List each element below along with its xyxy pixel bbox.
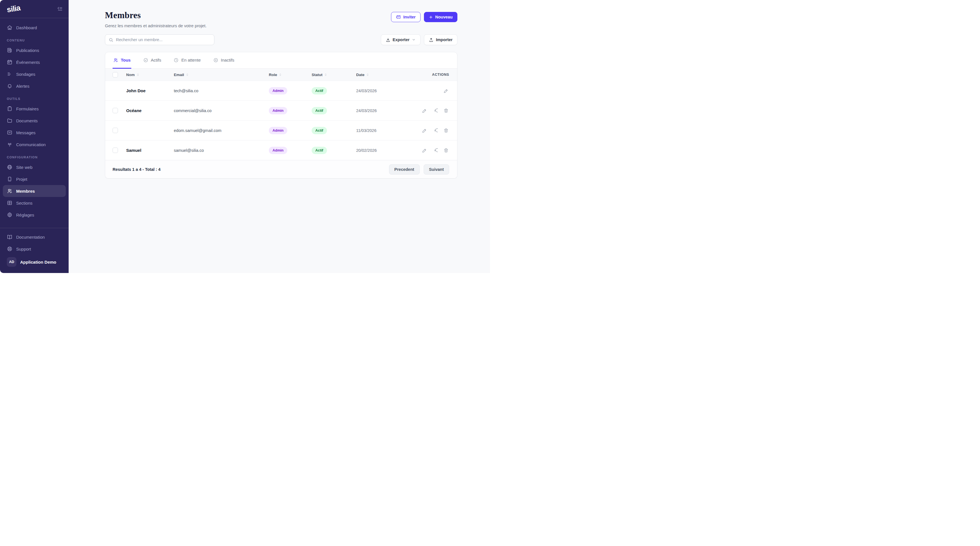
bell-icon — [7, 83, 13, 89]
clock-icon — [173, 57, 179, 63]
edit-button[interactable] — [422, 107, 428, 114]
sidebar-item-dashboard[interactable]: Dashboard — [3, 22, 66, 34]
app-window: silia Dashboard CONTENU Publications Évé… — [0, 0, 490, 273]
delete-button[interactable] — [443, 128, 449, 134]
import-button-label: Importer — [436, 37, 453, 42]
users-icon — [7, 188, 13, 194]
sidebar-item-sections[interactable]: Sections — [3, 197, 66, 209]
page-title: Membres — [105, 10, 207, 21]
sidebar-item-support[interactable]: Support — [3, 243, 35, 255]
sidebar-item-siteweb[interactable]: Site web — [3, 161, 66, 173]
member-status-cell: Actif — [312, 107, 356, 114]
column-label: Nom — [126, 73, 135, 77]
upload-icon — [429, 37, 434, 42]
sort-icon — [136, 73, 140, 77]
member-email: samuel@silia.co — [174, 148, 269, 153]
status-badge: Actif — [312, 107, 327, 114]
edit-button[interactable] — [422, 147, 428, 153]
sort-icon — [278, 73, 282, 77]
tab-en-attente[interactable]: En attente — [173, 52, 201, 69]
sidebar-item-evenements[interactable]: Événements — [3, 56, 66, 68]
status-badge: Actif — [312, 127, 327, 134]
column-label: Role — [269, 73, 277, 77]
sidebar-item-messages[interactable]: Messages — [3, 126, 66, 139]
status-badge: Actif — [312, 87, 327, 94]
column-label: Email — [174, 73, 184, 77]
trash-icon — [444, 128, 449, 133]
main-content: Membres Gerez les membres et administrat… — [68, 0, 490, 273]
sidebar-item-label: Projet — [16, 177, 27, 182]
role-badge: Admin — [269, 107, 287, 114]
comment-button[interactable] — [432, 107, 438, 114]
sidebar-item-publications[interactable]: Publications — [3, 44, 66, 56]
pencil-icon — [444, 88, 449, 93]
table-row: Océane commercial@silia.co Admin Actif 2… — [105, 101, 457, 120]
sidebar-item-communication[interactable]: Communication — [3, 139, 66, 150]
sidebar-bottom: Documentation Support AD Application Dem… — [0, 228, 68, 273]
sidebar-item-documentation[interactable]: Documentation — [3, 231, 49, 243]
column-header-nom[interactable]: Nom — [126, 73, 174, 77]
import-button[interactable]: Importer — [424, 34, 457, 45]
globe-icon — [7, 164, 13, 170]
tab-tous[interactable]: Tous — [113, 52, 131, 69]
sidebar-item-label: Formulaires — [16, 106, 38, 111]
sidebar-item-membres[interactable]: Membres — [3, 185, 66, 197]
newspaper-icon — [7, 47, 13, 53]
status-badge: Actif — [312, 147, 327, 154]
member-status-cell: Actif — [312, 127, 356, 134]
search-input[interactable] — [116, 37, 211, 42]
pager: Precedent Suivant — [389, 164, 449, 174]
new-button[interactable]: Nouveau — [424, 12, 457, 22]
delete-button[interactable] — [443, 107, 449, 114]
row-checkbox[interactable] — [113, 108, 118, 113]
results-summary: Resultats 1 a 4 - Total : 4 — [113, 167, 161, 172]
edit-button[interactable] — [443, 88, 449, 94]
next-button[interactable]: Suivant — [424, 164, 449, 174]
tab-inactifs[interactable]: Inactifs — [213, 52, 235, 69]
delete-button[interactable] — [443, 147, 449, 153]
row-checkbox[interactable] — [113, 128, 118, 133]
sidebar-item-projet[interactable]: Projet — [3, 173, 66, 185]
row-actions — [422, 147, 449, 153]
folder-icon — [7, 118, 13, 123]
member-role-cell: Admin — [269, 87, 312, 94]
member-status-cell: Actif — [312, 87, 356, 94]
sidebar-item-label: Documentation — [16, 235, 45, 239]
sidebar-item-documents[interactable]: Documents — [3, 115, 66, 126]
account-row[interactable]: AD Application Demo — [3, 255, 66, 271]
member-status-cell: Actif — [312, 147, 356, 154]
calendar-icon — [7, 59, 13, 65]
download-icon — [386, 37, 390, 42]
home-icon — [7, 25, 13, 30]
sidebar-item-label: Sondages — [16, 72, 35, 77]
tab-actifs[interactable]: Actifs — [143, 52, 162, 69]
column-header-email[interactable]: Email — [174, 73, 269, 77]
column-header-statut[interactable]: Statut — [312, 73, 356, 77]
select-all-checkbox[interactable] — [113, 72, 118, 77]
pagination-bar: Resultats 1 a 4 - Total : 4 Precedent Su… — [105, 160, 457, 178]
sidebar-item-formulaires[interactable]: Formulaires — [3, 103, 66, 115]
column-header-date[interactable]: Date — [356, 73, 407, 77]
sidebar-item-sondages[interactable]: Sondages — [3, 68, 66, 80]
invite-button[interactable]: Inviter — [391, 12, 420, 22]
export-button[interactable]: Exporter — [381, 34, 421, 45]
sidebar-item-reglages[interactable]: Réglages — [3, 209, 66, 221]
previous-button[interactable]: Precedent — [389, 164, 420, 174]
edit-button[interactable] — [422, 128, 428, 134]
column-header-role[interactable]: Role — [269, 73, 312, 77]
tabs-bar: Tous Actifs En attente Inactifs — [105, 52, 457, 69]
comment-button[interactable] — [432, 147, 438, 153]
members-card: Tous Actifs En attente Inactifs — [105, 52, 457, 179]
sidebar-collapse-button[interactable] — [57, 6, 63, 12]
member-role-cell: Admin — [269, 147, 312, 154]
member-name: John Doe — [126, 88, 174, 93]
member-role-cell: Admin — [269, 127, 312, 134]
toolbar-right: Exporter Importer — [381, 34, 457, 45]
comment-button[interactable] — [432, 128, 438, 134]
row-checkbox[interactable] — [113, 148, 118, 153]
sidebar-item-alertes[interactable]: Alertes — [3, 80, 66, 92]
table-row: edom.samuel@gmail.com Admin Actif 11/03/… — [105, 120, 457, 140]
sidebar-item-label: Membres — [16, 189, 35, 193]
export-button-label: Exporter — [393, 37, 410, 42]
list-icon — [7, 71, 13, 77]
